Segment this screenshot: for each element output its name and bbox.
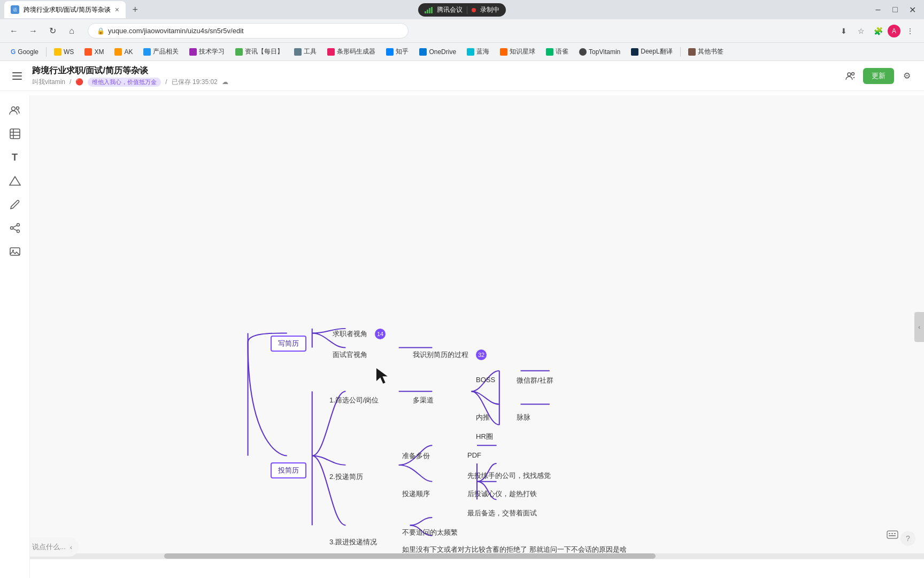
node-not-too-frequent[interactable]: 不要追问的太频繁	[397, 526, 463, 539]
bookmark-onedrive[interactable]: OneDrive	[415, 47, 460, 57]
folder-icon	[54, 48, 61, 56]
boss-label: BOSS	[471, 374, 500, 386]
node-pdf[interactable]: PDF	[462, 449, 487, 461]
url-text: yuque.com/jiaowovitamin/uizu4s/sn5r5v/ed…	[108, 27, 244, 35]
bookmark-ws[interactable]: WS	[50, 47, 78, 57]
bookmark-lanhai[interactable]: 蓝海	[463, 46, 494, 57]
node-connections[interactable]: 脉脉	[511, 410, 536, 424]
shapes-tool[interactable]	[4, 170, 26, 192]
image-tool[interactable]	[4, 241, 26, 262]
wechat-group-label: 微信群/社群	[511, 374, 559, 387]
node-hr-circle[interactable]: HR圈	[471, 430, 498, 444]
recognition-label: 我识别简历的过程	[407, 348, 474, 362]
bookmark-yuque[interactable]: 语雀	[542, 46, 573, 57]
node-boss[interactable]: BOSS	[471, 374, 500, 386]
bookmark-zhihu[interactable]: 知乎	[382, 46, 413, 57]
download-icon[interactable]: ⬇	[836, 24, 851, 39]
node-practice-first[interactable]: 先投练手的公司，找找感觉	[462, 469, 556, 483]
tab-favicon: 语	[11, 5, 19, 14]
share-tool[interactable]	[4, 217, 26, 239]
bookmark-topvitamin[interactable]: TopVitamin	[575, 47, 625, 57]
svg-rect-32	[891, 533, 893, 534]
url-bar[interactable]: 🔒 yuque.com/jiaowovitamin/uizu4s/sn5r5v/…	[88, 23, 409, 39]
right-panel-toggle[interactable]: ‹	[914, 312, 924, 342]
home-button[interactable]: ⌂	[64, 24, 79, 39]
text-tool[interactable]: T	[4, 147, 26, 168]
node-internal-referral[interactable]: 内推	[471, 410, 495, 424]
cloud-icon: ☁	[222, 78, 228, 86]
profile-icon[interactable]: A	[888, 25, 900, 37]
bookmark-google[interactable]: G Google	[6, 47, 43, 57]
node-follow-up[interactable]: 3.跟进投递情况	[324, 535, 382, 549]
bookmark-label: 知乎	[396, 47, 409, 56]
settings-icon[interactable]: ⚙	[898, 67, 915, 85]
bottom-bar	[0, 559, 924, 578]
node-recognition[interactable]: 我识别简历的过程 32	[407, 348, 487, 362]
bookmark-others[interactable]: 其他书签	[684, 46, 728, 57]
recording-dot	[472, 8, 476, 12]
interviewer-view-label: 面试官视角	[327, 348, 373, 362]
svg-rect-3	[12, 75, 22, 77]
scrollbar-track[interactable]	[30, 553, 924, 559]
node-multi-channel[interactable]: 多渠道	[407, 393, 439, 407]
maximize-button[interactable]: □	[888, 2, 903, 17]
keyboard-icon[interactable]	[887, 529, 898, 543]
node-wechat-group[interactable]: 微信群/社群	[511, 374, 559, 387]
reload-button[interactable]: ↻	[45, 24, 60, 39]
bookmark-zsxq[interactable]: 知识星球	[496, 46, 540, 57]
node-send-order[interactable]: 投递顺序	[397, 487, 435, 501]
node-interviewer-view[interactable]: 面试官视角	[327, 348, 373, 362]
node-submit-resume[interactable]: 投简历	[271, 462, 306, 478]
bookmark-star-icon[interactable]: ☆	[853, 24, 868, 39]
bookmark-news[interactable]: 资讯【每日】	[231, 46, 288, 57]
tab-close-button[interactable]: ×	[115, 5, 119, 14]
folder-icon	[114, 48, 122, 56]
toolbar-right: 更新 ⚙	[842, 67, 915, 85]
users-tool[interactable]	[4, 100, 26, 121]
node-send-while-hot[interactable]: 后投诚心仪，趁热打铁	[462, 487, 542, 501]
folder-icon	[294, 48, 302, 56]
chat-collapse-button[interactable]: ‹	[70, 543, 72, 551]
back-button[interactable]: ←	[6, 24, 21, 39]
bookmark-product[interactable]: 产品相关	[139, 46, 183, 57]
save-status: 已保存 19:35:02	[172, 78, 218, 87]
node-prepare-multiple[interactable]: 准备多份	[397, 449, 435, 463]
node-write-resume[interactable]: 写简历	[271, 336, 306, 352]
pen-tool[interactable]	[4, 194, 26, 215]
send-resume-label: 2.投递简历	[324, 470, 368, 484]
node-final-backup[interactable]: 最后备选，交替着面试	[462, 506, 542, 520]
site-icon	[419, 48, 427, 56]
lock-icon: 🔒	[97, 27, 105, 35]
active-tab[interactable]: 语 跨境行业求职/面试/简历等杂谈 ×	[4, 1, 126, 18]
forward-button[interactable]: →	[26, 24, 41, 39]
app-meta: 叫我vitamin / 🔴 维他入我心，价值抵万金 / 已保存 19:35:02…	[32, 78, 228, 87]
canvas-area[interactable]: 写简历 求职者视角 14 面试官视角 我识别简历的过程 32 投简历 1.筛选公…	[30, 95, 924, 559]
separator: /	[70, 78, 71, 86]
share-user-icon[interactable]	[842, 67, 859, 85]
svg-point-6	[852, 72, 854, 75]
node-filter-company[interactable]: 1.筛选公司/岗位	[324, 393, 384, 407]
table-tool[interactable]	[4, 123, 26, 144]
bookmark-tools[interactable]: 工具	[290, 46, 321, 57]
badge-recognition: 32	[476, 349, 487, 360]
scrollbar-thumb[interactable]	[164, 553, 656, 559]
node-job-seeker-view[interactable]: 求职者视角 14	[327, 327, 386, 341]
svg-rect-33	[894, 533, 896, 534]
bookmark-label: OneDrive	[429, 48, 456, 56]
new-tab-button[interactable]: +	[128, 2, 143, 17]
close-window-button[interactable]: ✕	[905, 2, 920, 17]
extensions-icon[interactable]: 🧩	[871, 24, 886, 39]
help-icon[interactable]: ?	[900, 531, 915, 546]
update-button[interactable]: 更新	[863, 68, 894, 84]
bookmark-ak[interactable]: AK	[110, 47, 137, 57]
recording-indicator: 录制中	[472, 5, 499, 14]
menu-icon[interactable]: ⋮	[903, 24, 918, 39]
node-send-resume[interactable]: 2.投递简历	[324, 470, 368, 484]
bookmark-deepl[interactable]: DeepL翻译	[627, 46, 676, 57]
minimize-button[interactable]: –	[871, 2, 886, 17]
bookmark-xm[interactable]: XM	[80, 47, 108, 57]
bookmark-tech[interactable]: 技术学习	[185, 46, 229, 57]
app-menu-icon[interactable]	[9, 67, 26, 85]
svg-point-5	[848, 73, 851, 76]
bookmark-barcode[interactable]: 条形码生成器	[323, 46, 380, 57]
